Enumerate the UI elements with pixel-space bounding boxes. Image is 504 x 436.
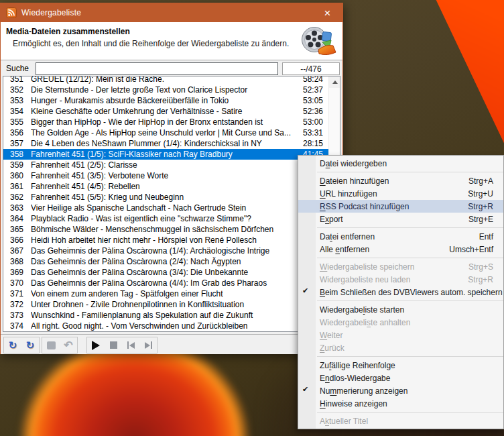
playlist-row[interactable]: 369Das Geheimnis der Pàlina Oscàrowna (3…	[3, 267, 328, 278]
menu-item[interactable]: ExportStrg+E	[298, 213, 503, 225]
track-duration: 58:24	[296, 76, 328, 84]
playlist-row[interactable]: 367Das Geheimnis der Pàlina Oscàrowna (1…	[3, 246, 328, 256]
menu-item[interactable]: Datei wiedergeben	[298, 157, 503, 170]
playlist-row[interactable]: 353Hunger - Murakamis absurde Bäckereiüb…	[3, 95, 328, 106]
menu-item[interactable]: Zufällige Reihenfolge	[298, 359, 503, 372]
track-number: 365	[3, 225, 23, 234]
menu-item-shortcut: Entf	[479, 232, 503, 241]
playlist-row[interactable]: 357Die 4 Leben des NeShawn Plummer (1/4)…	[3, 138, 328, 149]
context-menu: Datei wiedergebenDateien hinzufügenStrg+…	[298, 155, 504, 429]
playlist-row[interactable]: 373Wunschkind - Familienplanung als Spek…	[3, 310, 328, 321]
track-number: 361	[3, 182, 23, 191]
save-list-button[interactable]	[42, 337, 60, 353]
playlist-row[interactable]: 359Fahrenheit 451 (2/5): Clarisse	[3, 160, 328, 170]
playlist-row[interactable]: 374All right. Good night. - Vom Verschwi…	[3, 321, 328, 331]
titlebar[interactable]: Wiedergabeliste ×	[1, 3, 342, 22]
menu-item[interactable]: Zurück	[298, 341, 503, 354]
playlist-row[interactable]: 368Das Geheimnis der Pàlina Oscàrowna (2…	[3, 256, 328, 267]
track-title: Das Geheimnis der Pàlina Oscàrowna (2/4)…	[31, 257, 296, 266]
playlist-row[interactable]: 352Die Sternstunde - Der letzte große Te…	[3, 85, 328, 95]
playlist-row[interactable]: 371Von einem zum anderen Tag - Spätfolge…	[3, 288, 328, 299]
track-duration: 53:31	[296, 128, 328, 138]
menu-item[interactable]: Widergabeliste neu ladenStrg+R	[298, 273, 503, 286]
menu-item-label: URL hinzufügen	[320, 189, 377, 199]
next-icon	[145, 341, 152, 349]
playlist-row[interactable]: 370Das Geheimnis der Pàlina Oscàrowna (4…	[3, 278, 328, 288]
menu-item[interactable]: Alle entfernenUmsch+Entf	[298, 243, 503, 256]
search-input[interactable]	[36, 62, 278, 75]
track-number: 360	[3, 171, 23, 180]
menu-separator	[317, 227, 503, 228]
previous-button[interactable]	[122, 337, 139, 353]
context-menu-items: Datei wiedergebenDateien hinzufügenStrg+…	[298, 157, 503, 427]
track-title: Hunger - Murakamis absurde Bäckereiüberf…	[31, 96, 296, 105]
menu-item-label: Datei entfernen	[320, 232, 375, 241]
checkmark-icon: ✔	[302, 286, 308, 295]
playlist-row[interactable]: 365Böhmische Wälder - Menschenschmuggel …	[3, 224, 328, 235]
menu-item[interactable]: URL hinzufügenStrg+U	[298, 187, 503, 200]
menu-item-label: Dateien hinzufügen	[320, 176, 389, 186]
chevron-up-icon	[332, 80, 338, 84]
menu-item[interactable]: Aktueller Titel	[298, 415, 503, 427]
play-button[interactable]	[87, 337, 105, 353]
playlist-row[interactable]: 372Unter Drohnen - Zivile Drohnenpilotin…	[3, 299, 328, 310]
track-number: 370	[3, 278, 23, 288]
playlist-row[interactable]: 360Fahrenheit 451 (3/5): Verbotene Worte	[3, 170, 328, 181]
menu-item-shortcut: Strg+A	[468, 176, 503, 186]
track-title: Fahrenheit 451 (2/5): Clarisse	[31, 160, 296, 170]
track-number: 353	[3, 96, 23, 105]
menu-item[interactable]: ✔Nummerierung anzeigen	[298, 384, 503, 397]
track-title: Bigger than HipHop - Wie der HipHop in d…	[31, 117, 296, 127]
playlist-row[interactable]: 366Heidi Hoh arbeitet hier nicht mehr - …	[3, 235, 328, 246]
reload-left-button[interactable]: ↻	[4, 337, 21, 353]
track-duration: 53:05	[296, 96, 328, 105]
menu-item-label: Wiedergabeliste starten	[320, 305, 404, 315]
menu-item[interactable]: Weiter	[298, 329, 503, 341]
menu-item-label: Alle entfernen	[320, 245, 369, 254]
menu-item-label: Nummerierung anzeigen	[320, 386, 407, 396]
track-title: Das Geheimnis der Pàlina Oscàrowna (4/4)…	[31, 278, 296, 288]
toolbar-group-edit: ↶	[42, 337, 78, 353]
header-title: Media-Dateien zusammenstellen	[6, 27, 130, 36]
menu-item[interactable]: Wiedergabeliste speichernStrg+S	[298, 260, 503, 273]
menu-item[interactable]: Dateien hinzufügenStrg+A	[298, 174, 503, 187]
undo-button[interactable]: ↶	[60, 337, 77, 353]
playlist-row[interactable]: 362Fahrenheit 451 (5/5): Krieg und Neube…	[3, 192, 328, 203]
playlist-row[interactable]: 354Kleine Geschäfte oder Umkehrung der V…	[3, 106, 328, 117]
search-bar: Suche --/476	[1, 60, 342, 76]
track-number: 364	[3, 214, 23, 223]
menu-item-label: Wiedergabeliste speichern	[320, 262, 414, 272]
menu-item[interactable]: Wiedergabeliste anhalten	[298, 316, 503, 329]
menu-item[interactable]: Hinweise anzeigen	[298, 397, 503, 410]
playlist-row[interactable]: 363Vier Heilige als Spanische Landschaft…	[3, 203, 328, 213]
playlist-row[interactable]: 356The Golden Age - Als HipHop seine Uns…	[3, 127, 328, 138]
track-duration: 53:00	[296, 117, 328, 127]
menu-item[interactable]: RSS Podcast hinzufügenStrg+R	[298, 200, 503, 213]
next-button[interactable]	[139, 337, 157, 353]
playlist-row[interactable]: 351GREUEL (12/12): Mein ist die Rache.58…	[3, 76, 328, 85]
track-number: 374	[3, 321, 23, 331]
playlist-row[interactable]: 361Fahrenheit 451 (4/5): Rebellen	[3, 181, 328, 192]
menu-item-label: Widergabeliste neu laden	[320, 275, 410, 284]
playlist: 351GREUEL (12/12): Mein ist die Rache.58…	[3, 76, 340, 332]
reload-right-button[interactable]: ↻	[21, 337, 39, 353]
track-number: 372	[3, 300, 23, 309]
track-title: The Golden Age - Als HipHop seine Unschu…	[31, 128, 296, 138]
menu-item[interactable]: ✔Beim Schließen des DVBViewers autom. sp…	[298, 286, 503, 298]
track-number: 366	[3, 235, 23, 245]
playlist-row[interactable]: 358Fahrenheit 451 (1/5): SciFi-Klassiker…	[3, 149, 328, 160]
menu-item[interactable]: Endlos-Wiedergabe	[298, 372, 503, 384]
toolbar-group-transport	[86, 337, 158, 353]
track-number: 354	[3, 107, 23, 116]
checkmark-icon: ✔	[302, 385, 308, 394]
scrollbar-up-button[interactable]	[329, 76, 340, 88]
playlist-row[interactable]: 355Bigger than HipHop - Wie der HipHop i…	[3, 117, 328, 127]
close-button[interactable]: ×	[312, 3, 342, 22]
playlist-row[interactable]: 364Playblack Radio - Was ist eigentlich …	[3, 213, 328, 224]
menu-item[interactable]: Datei entfernenEntf	[298, 230, 503, 243]
menu-separator	[317, 258, 503, 258]
menu-item[interactable]: Wiedergabeliste starten	[298, 303, 503, 316]
circular-arrow-icon: ↻	[9, 339, 17, 351]
track-title: Kleine Geschäfte oder Umkehrung der Verh…	[31, 107, 296, 116]
stop-button[interactable]	[105, 337, 122, 353]
